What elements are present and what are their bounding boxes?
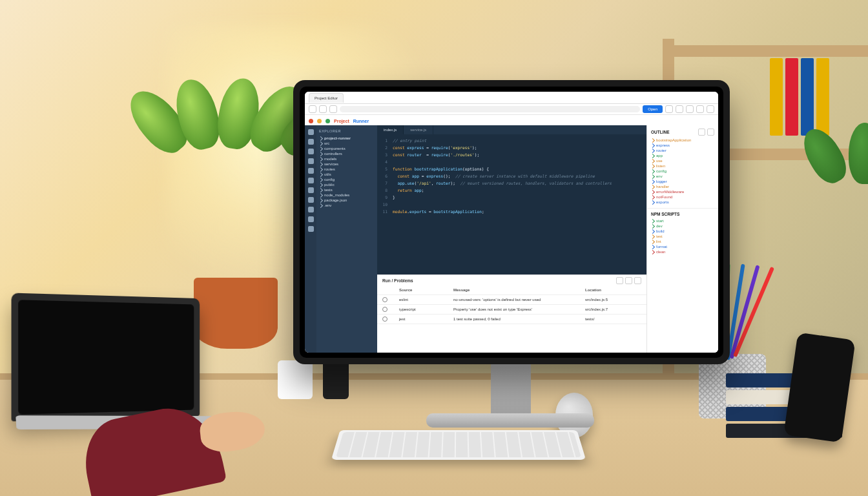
editor-tabs: index.js service.js <box>377 125 646 134</box>
database-icon[interactable] <box>308 178 314 183</box>
menu-icon[interactable] <box>707 105 714 113</box>
binder <box>801 58 814 136</box>
outline-title: OUTLINE <box>651 130 670 134</box>
back-icon[interactable] <box>309 105 316 113</box>
editor-tab[interactable]: index.js <box>377 125 404 134</box>
code-content[interactable]: // entry point const express = require('… <box>390 134 646 274</box>
explorer-root[interactable]: project-runner <box>319 136 375 141</box>
account-icon[interactable] <box>686 105 694 113</box>
logo-dot-icon <box>309 119 313 123</box>
file-tree-item[interactable]: controllers <box>319 151 375 156</box>
col-source: Source <box>399 288 444 292</box>
file-tree-item[interactable]: public <box>319 182 375 187</box>
panel-collapse-icon[interactable] <box>634 277 641 284</box>
table-row[interactable]: eslintno-unused-vars: 'options' is defin… <box>377 295 646 305</box>
remote-icon[interactable] <box>308 207 314 212</box>
col-message: Message <box>453 288 576 292</box>
outline-item[interactable]: exports <box>651 200 714 205</box>
panel-filter-icon[interactable] <box>625 277 632 284</box>
outline-item[interactable]: lint <box>651 239 714 244</box>
workspace-photo: Project Editor Open Project Runn <box>0 0 868 496</box>
panel-title: Run / Problems <box>382 278 413 283</box>
search-icon[interactable] <box>308 139 314 145</box>
binder <box>785 58 798 136</box>
outline-item[interactable]: handler <box>651 184 714 189</box>
outline-item[interactable]: router <box>651 148 714 153</box>
debug-icon[interactable] <box>308 158 314 164</box>
git-icon[interactable] <box>308 149 314 154</box>
outline-item[interactable]: app <box>651 153 714 158</box>
logo-dot-icon <box>317 119 322 123</box>
pen-cup <box>323 360 349 399</box>
monitor: Project Editor Open Project Runn <box>293 80 730 364</box>
bottom-panel: Run / Problems Source Message <box>377 274 646 353</box>
forward-icon[interactable] <box>319 105 327 113</box>
options-icon[interactable] <box>696 105 704 113</box>
editor-tab[interactable]: service.js <box>404 125 433 134</box>
app-body: EXPLORER project-runner srccomponentscon… <box>305 125 718 353</box>
monitor-stand-base <box>426 413 594 428</box>
outline-item[interactable]: use <box>651 158 714 163</box>
browser-tab[interactable]: Project Editor <box>309 93 344 103</box>
extensions-icon[interactable] <box>308 168 314 174</box>
plant-pot <box>194 278 278 349</box>
primary-action-button[interactable]: Open <box>643 105 663 113</box>
outline-item[interactable]: env <box>651 174 714 179</box>
table-row[interactable]: jest1 test suite passed, 0 failedtests/ <box>377 315 646 324</box>
table-header: Source Message Location <box>377 285 646 295</box>
editor-area: index.js service.js 1234567891011 // ent… <box>377 125 646 353</box>
test-icon[interactable] <box>308 187 314 193</box>
files-icon[interactable] <box>308 129 314 135</box>
app-brand-a: Project <box>334 119 349 123</box>
file-tree-item[interactable]: src <box>319 141 375 146</box>
problems-table: Source Message Location eslintno-unused-… <box>377 285 646 353</box>
panel-clear-icon[interactable] <box>616 277 623 284</box>
docker-icon[interactable] <box>308 197 314 203</box>
gear-icon[interactable] <box>308 226 314 232</box>
outline-item[interactable]: start <box>651 218 714 223</box>
scripts-section: NPM SCRIPTS startdevbuildtestlintformatc… <box>647 208 718 258</box>
file-tree-item[interactable]: tests <box>319 187 375 192</box>
file-tree-item[interactable]: package.json <box>319 198 375 203</box>
outline-item[interactable]: dev <box>651 223 714 229</box>
file-tree-item[interactable]: components <box>319 146 375 151</box>
col-location: Location <box>585 288 641 292</box>
file-tree-item[interactable]: routes <box>319 167 375 172</box>
outline-item[interactable]: express <box>651 143 714 148</box>
outline-item[interactable]: build <box>651 229 714 234</box>
outline-item[interactable]: errorMiddleware <box>651 189 714 194</box>
browser-toolbar: Open <box>305 104 718 115</box>
mug <box>278 360 313 399</box>
extensions-icon[interactable] <box>665 105 673 113</box>
outline-item[interactable]: format <box>651 244 714 249</box>
outline-item[interactable]: test <box>651 234 714 239</box>
explorer-panel: EXPLORER project-runner srccomponentscon… <box>316 125 377 353</box>
bookmark-icon[interactable] <box>676 105 683 113</box>
file-tree-item[interactable]: .env <box>319 203 375 208</box>
file-tree-item[interactable]: config <box>319 177 375 182</box>
laptop <box>12 293 200 421</box>
outline-item[interactable]: config <box>651 169 714 174</box>
file-tree-item[interactable]: utils <box>319 172 375 177</box>
file-tree-item[interactable]: models <box>319 156 375 161</box>
account-icon[interactable] <box>308 216 314 222</box>
keyboard <box>331 430 586 460</box>
outline-item[interactable]: logger <box>651 179 714 184</box>
monitor-stand <box>491 362 531 420</box>
table-row[interactable]: typescriptProperty 'use' does not exist … <box>377 305 646 315</box>
panel-toolbar <box>616 277 641 284</box>
file-tree: srccomponentscontrollersmodelsservicesro… <box>319 141 375 208</box>
outline-item[interactable]: clean <box>651 249 714 254</box>
code-editor[interactable]: 1234567891011 // entry point const expre… <box>377 134 646 274</box>
more-icon[interactable] <box>707 129 714 136</box>
file-tree-item[interactable]: node_modules <box>319 192 375 198</box>
reload-icon[interactable] <box>329 105 337 113</box>
binder <box>770 58 783 136</box>
outline-item[interactable]: notFound <box>651 194 714 200</box>
outline-item[interactable]: listen <box>651 163 714 169</box>
collapse-icon[interactable] <box>698 129 705 136</box>
outline-item[interactable]: bootstrapApplication <box>651 138 714 143</box>
browser-tabstrip: Project Editor <box>305 92 718 104</box>
address-bar[interactable] <box>340 106 640 112</box>
file-tree-item[interactable]: services <box>319 161 375 167</box>
